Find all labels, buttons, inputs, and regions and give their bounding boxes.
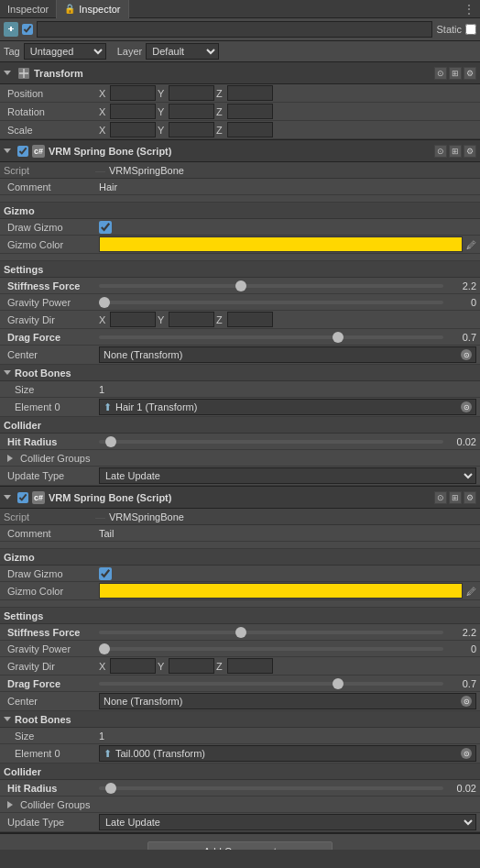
spring2-gd-y-input[interactable]: -1 xyxy=(169,658,214,674)
spring2-size-value: 1 xyxy=(99,731,476,742)
spring2-gd-x-input[interactable]: 0 xyxy=(110,658,156,674)
spring1-gd-z-label: Z xyxy=(216,314,225,325)
spring1-draw-gizmo-input[interactable] xyxy=(99,221,112,234)
spring1-gizmo-color-label: Gizmo Color xyxy=(7,239,99,250)
spring2-update-type-select[interactable]: Late Update xyxy=(99,814,476,830)
spring2-gravity-power-slider[interactable] xyxy=(99,647,443,651)
tab-inspector-1[interactable]: Inspector xyxy=(0,0,57,18)
spring2-element0-selector[interactable]: ⬆ Tail.000 (Transform) ⊙ xyxy=(99,745,476,762)
position-z-input[interactable]: 0 xyxy=(227,85,273,101)
rotation-z-label: Z xyxy=(216,106,225,117)
spring1-center-selector[interactable]: None (Transform) ⊙ xyxy=(99,346,476,363)
spring2-drag-force-slider[interactable] xyxy=(99,682,443,686)
spring1-draw-gizmo-check[interactable] xyxy=(99,221,112,234)
spring1-drag-force-slider[interactable] xyxy=(99,335,443,339)
panel-options-icon[interactable]: ⋮ xyxy=(458,3,480,16)
spring2-collider-groups-row: Collider Groups xyxy=(0,797,480,813)
spring2-expand-icon[interactable] xyxy=(4,495,11,500)
tag-layer-row: Tag Untagged Layer Default xyxy=(0,41,480,62)
spring2-comment-label: Comment xyxy=(7,528,99,539)
rotation-y-input[interactable]: 0 xyxy=(169,104,214,119)
scale-x-input[interactable]: 1 xyxy=(110,122,156,137)
spring2-center-label: Center xyxy=(7,696,99,707)
spring1-active-checkbox[interactable] xyxy=(17,146,28,157)
spring2-element0-pick-icon[interactable]: ⊙ xyxy=(461,748,472,759)
spring2-gravity-power-row: Gravity Power 0 xyxy=(0,641,480,657)
spring2-gd-z-input[interactable]: 0 xyxy=(227,658,273,674)
spring2-blank-row2 xyxy=(0,600,480,608)
position-x-input[interactable]: 0 xyxy=(110,85,156,101)
active-checkbox[interactable] xyxy=(22,24,33,35)
spring1-gd-x-input[interactable]: 0 xyxy=(110,312,156,327)
lock-icon: 🔒 xyxy=(64,4,75,14)
spring1-script-value: — VRMSpringBone xyxy=(95,165,476,176)
spring1-element0-value: Hair 1 (Transform) xyxy=(115,401,197,412)
spring1-element0-selector[interactable]: ⬆ Hair 1 (Transform) ⊙ xyxy=(99,399,476,415)
spring1-collider-groups-expand[interactable] xyxy=(7,455,16,462)
tag-select[interactable]: Untagged xyxy=(24,43,106,60)
tab-inspector-2[interactable]: 🔒 Inspector xyxy=(57,0,128,18)
position-y-input[interactable]: 0 xyxy=(169,85,214,101)
spring2-element0-label: Element 0 xyxy=(7,748,99,759)
spring1-info-icon[interactable]: ⊞ xyxy=(449,145,462,158)
layer-select[interactable]: Default xyxy=(146,43,219,60)
transform-info-icon[interactable]: ⊞ xyxy=(449,67,462,80)
transform-reference-icon[interactable]: ⊙ xyxy=(434,67,447,80)
scale-y-input[interactable]: 1 xyxy=(169,122,214,137)
spring1-drag-force-label: Drag Force xyxy=(7,332,99,343)
spring2-collider-groups-expand[interactable] xyxy=(7,801,16,808)
rotation-y-label: Y xyxy=(158,106,167,117)
transform-title: Transform xyxy=(34,68,431,79)
spring2-color-swatch[interactable] xyxy=(99,583,463,599)
spring1-gd-y-input[interactable]: -1 xyxy=(169,312,214,327)
spring1-menu-icon[interactable]: ⚙ xyxy=(464,145,476,158)
scale-row: Scale X 1 Y 1 Z 1 xyxy=(0,121,480,139)
position-row: Position X 0 Y 0 Z 0 xyxy=(0,84,480,103)
spring2-center-selector[interactable]: None (Transform) ⊙ xyxy=(99,693,476,709)
spring2-draw-gizmo-input[interactable] xyxy=(99,567,112,580)
transform-menu-icon[interactable]: ⚙ xyxy=(464,67,476,80)
spring1-gizmo-color-row: Gizmo Color 🖉 xyxy=(0,236,480,254)
spring2-active-checkbox[interactable] xyxy=(17,492,28,503)
spring1-stiffness-slider[interactable] xyxy=(99,284,443,288)
vrm-spring-bone-2-header: c# VRM Spring Bone (Script) ⊙ ⊞ ⚙ xyxy=(0,487,480,509)
scale-z-input[interactable]: 1 xyxy=(227,122,273,137)
spring1-color-swatch[interactable] xyxy=(99,236,463,252)
transform-icon xyxy=(17,67,30,80)
spring2-hit-radius-slider[interactable] xyxy=(99,786,443,790)
spring2-draw-gizmo-row: Draw Gizmo xyxy=(0,566,480,582)
object-name-input[interactable]: secondary xyxy=(37,21,432,38)
spring1-element0-pick-icon[interactable]: ⊙ xyxy=(461,401,472,412)
spring1-center-pick-icon[interactable]: ⊙ xyxy=(461,349,472,360)
spring1-hit-radius-slider[interactable] xyxy=(99,440,443,444)
add-component-button[interactable]: Add Component xyxy=(147,841,333,850)
rotation-x-input[interactable]: 0 xyxy=(110,104,156,119)
spring2-draw-gizmo-check[interactable] xyxy=(99,567,112,580)
spring1-gd-z-input[interactable]: 0 xyxy=(227,312,273,327)
position-z-label: Z xyxy=(216,88,225,99)
spring1-reference-icon[interactable]: ⊙ xyxy=(434,145,447,158)
spring1-expand-icon[interactable] xyxy=(4,148,11,153)
spring1-root-bones-expand[interactable] xyxy=(4,370,11,375)
spring1-hit-radius-row: Hit Radius 0.02 xyxy=(0,434,480,450)
spring2-reference-icon[interactable]: ⊙ xyxy=(434,491,447,504)
spring2-menu-icon[interactable]: ⚙ xyxy=(464,491,476,504)
transform-expand-icon[interactable] xyxy=(4,71,11,75)
spring1-collider-groups-label: Collider Groups xyxy=(20,453,90,464)
rotation-z-input[interactable]: 0 xyxy=(227,104,273,119)
spring2-center-pick-icon[interactable]: ⊙ xyxy=(461,696,472,707)
spring2-root-bones-expand[interactable] xyxy=(4,717,11,721)
spring1-gravity-power-row: Gravity Power 0 xyxy=(0,294,480,311)
spring2-collider-label: Collider xyxy=(4,766,41,777)
spring2-stiffness-slider[interactable] xyxy=(99,631,443,634)
static-checkbox[interactable] xyxy=(465,24,476,35)
spring1-update-type-select[interactable]: Late Update xyxy=(99,467,476,484)
spring1-gravity-power-slider[interactable] xyxy=(99,301,443,304)
spring2-draw-gizmo-label: Draw Gizmo xyxy=(7,568,99,579)
spring1-stiffness-row: Stiffness Force 2.2 xyxy=(0,278,480,294)
spring2-eyedropper-icon[interactable]: 🖉 xyxy=(466,586,476,597)
spring2-info-icon[interactable]: ⊞ xyxy=(449,491,462,504)
spring2-stiffness-label: Stiffness Force xyxy=(7,627,99,638)
spring2-root-bones-section: Root Bones xyxy=(0,711,480,728)
spring1-eyedropper-icon[interactable]: 🖉 xyxy=(466,239,476,250)
